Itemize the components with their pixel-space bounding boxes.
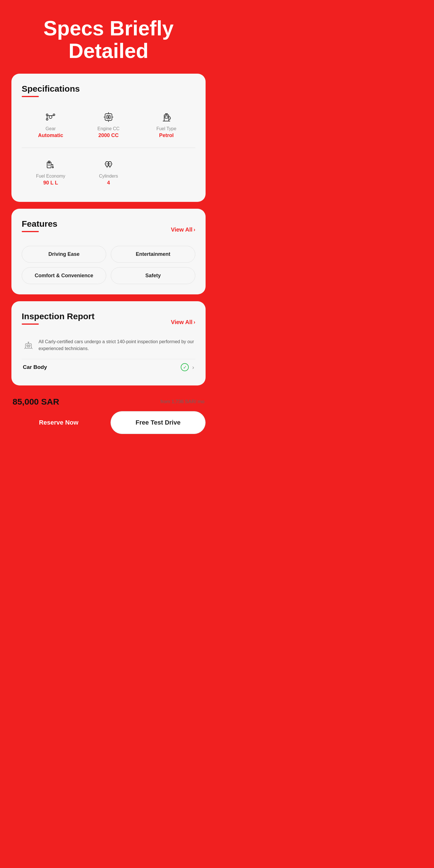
- svg-line-35: [25, 348, 25, 349]
- spec-engine: Engine CC 2000 CC: [80, 105, 137, 144]
- inspection-title: Inspection Report: [22, 311, 94, 321]
- inspection-info: All Carly-certified cars undergo a stric…: [22, 338, 195, 353]
- inspection-title-block: Inspection Report: [22, 311, 94, 333]
- spec-cylinders-value: 4: [107, 180, 110, 186]
- spec-fuel-economy-label: Fuel Economy: [36, 174, 65, 179]
- fuel-economy-icon: [44, 158, 57, 171]
- specs-title: Specifications: [22, 84, 195, 94]
- features-title: Features: [22, 219, 57, 229]
- spec-fuel-economy-value: 90 L L: [43, 180, 58, 186]
- fuel-type-icon: [160, 111, 173, 123]
- svg-line-36: [31, 348, 32, 349]
- inspection-view-all-chevron-icon: ›: [194, 319, 195, 325]
- svg-rect-30: [25, 344, 31, 349]
- free-test-drive-button[interactable]: Free Test Drive: [111, 411, 206, 434]
- svg-rect-18: [165, 116, 168, 118]
- price-row: 85,000 SAR from 1,736 SAR/ mo: [11, 392, 206, 411]
- svg-point-25: [52, 167, 53, 168]
- specifications-card: Specifications Gear Automatic: [11, 74, 206, 202]
- spec-cylinders: Cylinders 4: [80, 152, 137, 192]
- spec-gear-label: Gear: [46, 126, 56, 131]
- spec-gear: Gear Automatic: [22, 105, 80, 144]
- features-header: Features View All ›: [22, 219, 195, 240]
- cta-buttons: Reserve Now Free Test Drive: [11, 411, 206, 434]
- features-card: Features View All › Driving Ease Enterta…: [11, 209, 206, 294]
- price-main: 85,000 SAR: [12, 397, 59, 407]
- cylinders-icon: [102, 158, 115, 171]
- inspection-description: All Carly-certified cars undergo a stric…: [38, 338, 194, 352]
- svg-rect-31: [27, 345, 28, 346]
- feature-chip-safety[interactable]: Safety: [111, 267, 195, 284]
- inspection-car-body-label: Car Body: [23, 364, 47, 370]
- inspection-row-right: ✓ ›: [181, 363, 194, 371]
- inspection-row-chevron-icon: ›: [192, 364, 194, 371]
- reserve-now-button[interactable]: Reserve Now: [11, 411, 106, 434]
- feature-chip-comfort[interactable]: Comfort & Convenience: [22, 267, 106, 284]
- features-grid: Driving Ease Entertainment Comfort & Con…: [22, 246, 195, 284]
- inspection-card: Inspection Report View All › All Carly-c…: [11, 301, 206, 385]
- price-monthly: from 1,736 SAR/ mo: [160, 399, 205, 405]
- spec-engine-label: Engine CC: [97, 126, 119, 131]
- inspection-pass-icon: ✓: [181, 363, 189, 371]
- engine-icon: [102, 111, 115, 123]
- features-view-all[interactable]: View All ›: [171, 226, 195, 233]
- inspection-header: Inspection Report View All ›: [22, 311, 195, 333]
- features-view-all-chevron-icon: ›: [194, 227, 195, 233]
- svg-point-3: [46, 119, 48, 120]
- spec-engine-value: 2000 CC: [98, 132, 119, 138]
- specs-divider: [22, 148, 195, 148]
- svg-rect-32: [29, 345, 30, 346]
- svg-point-0: [49, 116, 52, 119]
- features-title-underline: [22, 231, 39, 232]
- inspection-row-car-body[interactable]: Car Body ✓ ›: [22, 359, 195, 375]
- spec-gear-value: Automatic: [38, 132, 63, 138]
- specs-title-underline: [22, 96, 39, 97]
- specs-grid-row1: Gear Automatic Engine CC 2000 CC: [22, 105, 195, 144]
- inspection-view-all-label: View All: [171, 319, 192, 326]
- spec-fuel-type-value: Petrol: [159, 132, 174, 138]
- inspection-title-underline: [22, 323, 39, 324]
- inspection-view-all[interactable]: View All ›: [171, 319, 195, 326]
- page-title: Specs Briefly Detailed: [0, 0, 217, 74]
- inspection-robot-icon: [23, 338, 34, 353]
- spec-fuel-type: Fuel Type Petrol: [137, 105, 195, 144]
- spec-fuel-economy: Fuel Economy 90 L L: [22, 152, 80, 192]
- features-title-block: Features: [22, 219, 57, 240]
- feature-chip-driving-ease[interactable]: Driving Ease: [22, 246, 106, 263]
- bottom-bar: 85,000 SAR from 1,736 SAR/ mo Reserve No…: [11, 392, 206, 434]
- features-view-all-label: View All: [171, 226, 192, 233]
- spec-fuel-type-label: Fuel Type: [156, 126, 177, 131]
- svg-point-34: [28, 342, 29, 343]
- gear-icon: [44, 111, 57, 123]
- spec-cylinders-label: Cylinders: [99, 174, 118, 179]
- spec-empty: [137, 152, 195, 192]
- feature-chip-entertainment[interactable]: Entertainment: [111, 246, 195, 263]
- specs-grid-row2: Fuel Economy 90 L L Cylinders 4: [22, 152, 195, 192]
- svg-point-13: [107, 116, 110, 118]
